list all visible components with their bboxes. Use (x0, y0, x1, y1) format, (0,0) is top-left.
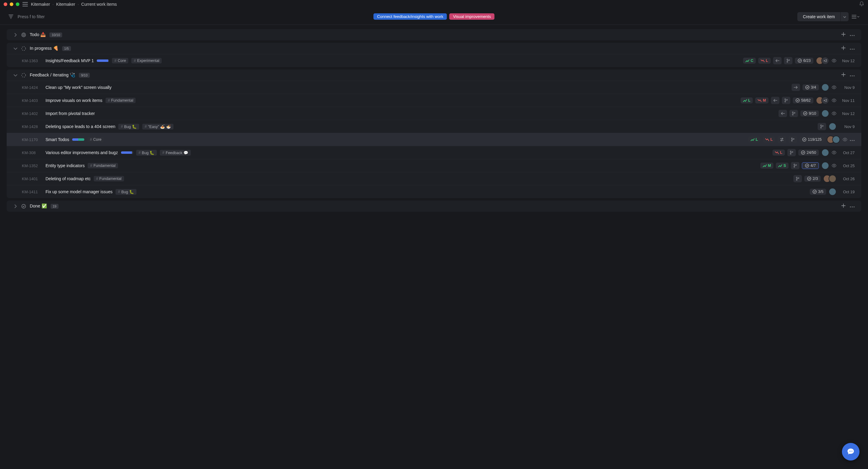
label-tag[interactable]: #Fundamental (94, 176, 124, 181)
avatar[interactable] (829, 175, 836, 183)
impact-effort-chip[interactable]: L (741, 97, 753, 103)
label-tag[interactable]: #Core (112, 58, 128, 63)
hamburger-menu-icon[interactable] (23, 2, 28, 6)
work-item-row[interactable]: KM-1424Clean up "My work" screen visuall… (7, 81, 861, 94)
section-more-button[interactable] (850, 32, 855, 37)
minimize-window-button[interactable] (10, 2, 13, 6)
breadcrumb-item[interactable]: Kitemaker (31, 2, 50, 7)
add-item-button[interactable] (841, 204, 845, 209)
avatar[interactable] (832, 135, 840, 144)
assignee-avatars[interactable] (829, 123, 836, 130)
notifications-icon[interactable] (859, 1, 864, 8)
section-more-button[interactable] (850, 204, 855, 209)
label-tag[interactable]: #Feedback 💬 (160, 150, 190, 156)
label-tag[interactable]: #Experimental (131, 58, 162, 63)
avatar[interactable] (829, 188, 836, 196)
section-header[interactable]: In progress 🍕1/5 (7, 43, 861, 54)
todo-count-chip[interactable]: 4/7 (802, 162, 819, 169)
label-tag[interactable]: #Fundamental (88, 163, 118, 168)
avatar-overflow[interactable]: +2 (821, 57, 829, 65)
watch-icon[interactable] (832, 99, 836, 102)
impact-effort-chip[interactable]: C (743, 58, 756, 64)
section-more-button[interactable] (850, 46, 855, 51)
assignee-avatars[interactable]: +2 (816, 96, 829, 104)
impact-effort-chip[interactable]: L (763, 136, 775, 143)
chat-fab-button[interactable] (842, 443, 860, 461)
fullscreen-window-button[interactable] (16, 2, 20, 6)
view-switcher-button[interactable] (851, 15, 860, 19)
watch-icon[interactable] (832, 112, 836, 115)
initiative-pill[interactable]: Connect feedback/insights with work (373, 13, 447, 20)
avatar[interactable] (821, 149, 829, 157)
label-tag[interactable]: #"Easy" 🍝 🍜 (142, 124, 174, 129)
todo-count-chip[interactable]: 2/3 (804, 176, 821, 182)
work-item-row[interactable]: KM-1401Deleting of roadmap etc#Fundament… (7, 172, 861, 185)
work-item-row[interactable]: KM-1428Deleting space leads to a 404 scr… (7, 120, 861, 133)
branch-chip-icon[interactable] (782, 97, 790, 104)
impact-effort-chip[interactable]: M (760, 163, 773, 169)
branch-chip-icon[interactable] (789, 110, 798, 117)
label-tag[interactable]: #Bug 🐛 (118, 124, 139, 129)
work-item-row[interactable]: KM-1402Import from pivotal tracker9/10No… (7, 107, 861, 120)
assignee-avatars[interactable] (827, 135, 840, 144)
avatar[interactable] (829, 123, 836, 130)
work-item-row[interactable]: KM-1411Fix up some model manager issues#… (7, 185, 861, 198)
initiative-pill[interactable]: Visual improvements (450, 13, 495, 20)
work-item-row[interactable]: KM-1352Entity type indicators#Fundamenta… (7, 159, 861, 172)
watch-icon[interactable] (832, 59, 836, 62)
impact-effort-chip[interactable]: S (776, 163, 788, 169)
work-item-row[interactable]: KM-308Various editor improvements and bu… (7, 146, 861, 159)
add-item-button[interactable] (841, 46, 845, 51)
create-work-item-button[interactable]: Create work item (797, 12, 840, 21)
section-more-button[interactable] (850, 72, 855, 77)
branch-chip-icon[interactable] (788, 136, 797, 143)
todo-count-chip[interactable]: 9/10 (800, 111, 819, 117)
create-dropdown-button[interactable] (840, 12, 848, 21)
swap-chip-icon[interactable] (778, 136, 786, 143)
work-item-row[interactable]: KM-1403Improve visuals on work items#Fun… (7, 94, 861, 107)
filter-icon[interactable] (8, 14, 13, 19)
add-item-button[interactable] (841, 72, 845, 77)
watch-icon[interactable] (832, 164, 836, 167)
assignee-avatars[interactable] (829, 188, 836, 196)
todo-count-chip[interactable]: 6/23 (795, 58, 813, 64)
watch-icon[interactable] (832, 151, 836, 154)
section-header[interactable]: Feedback / Iterating 🩺9/10 (7, 69, 861, 81)
avatar[interactable] (821, 84, 829, 91)
assignee-avatars[interactable] (821, 149, 829, 157)
todo-count-chip[interactable]: 3/5 (810, 189, 826, 195)
impact-effort-chip[interactable]: L (748, 136, 761, 143)
work-item-row[interactable]: KM-1363Insights/Feedback MVP 1#Core#Expe… (7, 54, 861, 67)
todo-count-chip[interactable]: 24/50 (798, 150, 819, 156)
breadcrumb-item[interactable]: Current work items (81, 2, 117, 7)
todo-count-chip[interactable]: 119/125 (800, 136, 824, 143)
assignee-avatars[interactable] (821, 162, 829, 169)
label-tag[interactable]: #Bug 🐛 (116, 189, 136, 195)
avatar[interactable] (821, 110, 829, 117)
close-window-button[interactable] (4, 2, 7, 6)
assignee-avatars[interactable] (821, 110, 829, 117)
arrow-left-chip-icon[interactable] (771, 97, 779, 104)
section-header[interactable]: Done ✅19 (7, 200, 861, 212)
breadcrumb-item[interactable]: Kitemaker (56, 2, 75, 7)
arrow-left-chip-icon[interactable] (773, 57, 781, 64)
avatar-overflow[interactable]: +2 (821, 96, 829, 104)
watch-icon[interactable] (832, 86, 836, 89)
arrow-left-chip-icon[interactable] (778, 110, 787, 117)
branch-chip-icon[interactable] (784, 57, 793, 64)
impact-effort-chip[interactable]: L (758, 58, 771, 64)
impact-effort-chip[interactable]: M (755, 97, 768, 103)
avatar[interactable] (821, 162, 829, 169)
watch-icon[interactable] (842, 138, 847, 142)
impact-effort-chip[interactable]: L (772, 150, 785, 156)
branch-chip-icon[interactable] (791, 162, 800, 169)
todo-count-chip[interactable]: 3/4 (803, 84, 819, 90)
todo-count-chip[interactable]: 58/62 (793, 97, 813, 103)
branch-chip-icon[interactable] (794, 175, 802, 182)
section-header[interactable]: Todo 📥10/10 (7, 29, 861, 40)
assignee-avatars[interactable] (823, 175, 836, 183)
assignee-avatars[interactable]: +2 (816, 57, 829, 65)
branch-chip-icon[interactable] (818, 123, 826, 130)
branch-chip-icon[interactable] (787, 149, 796, 156)
label-tag[interactable]: #Core (87, 137, 104, 142)
